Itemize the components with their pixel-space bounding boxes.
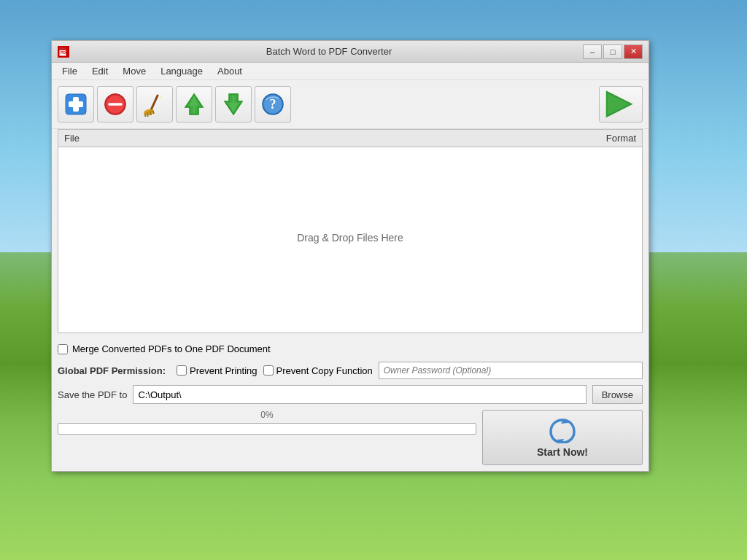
merge-row: Merge Converted PDFs to One PDF Document: [58, 339, 643, 359]
start-button[interactable]: Start Now!: [482, 410, 643, 465]
svg-line-14: [147, 114, 148, 117]
minimize-button[interactable]: –: [583, 44, 602, 59]
next-icon: [600, 88, 642, 120]
browse-button[interactable]: Browse: [592, 385, 643, 404]
save-label: Save the PDF to: [58, 389, 127, 400]
menu-edit[interactable]: Edit: [85, 64, 115, 78]
prevent-printing-checkbox[interactable]: [177, 365, 187, 376]
progress-percent: 0%: [58, 410, 476, 420]
help-button[interactable]: ?: [255, 86, 291, 122]
title-bar: PDF Batch Word to PDF Converter – □ ✕: [52, 41, 649, 63]
window-title: Batch Word to PDF Converter: [75, 46, 583, 57]
prevent-printing-label[interactable]: Prevent Printing: [190, 365, 258, 376]
permissions-row: Global PDF Permission: Prevent Printing …: [58, 359, 643, 382]
progress-section: 0% Start Now!: [58, 410, 643, 465]
add-button[interactable]: [58, 86, 94, 122]
prevent-copy-item: Prevent Copy Function: [263, 365, 373, 376]
file-list-container: File Format Drag & Drop Files Here: [58, 129, 643, 333]
prevent-printing-item: Prevent Printing: [177, 365, 258, 376]
svg-line-16: [153, 111, 154, 114]
remove-button[interactable]: [97, 86, 133, 122]
move-down-icon: [220, 91, 247, 117]
remove-icon: [102, 91, 128, 117]
svg-line-10: [150, 96, 158, 112]
app-icon: PDF: [58, 46, 69, 58]
prevent-copy-label[interactable]: Prevent Copy Function: [276, 365, 373, 376]
broom-icon: [142, 91, 168, 117]
menu-move[interactable]: Move: [115, 64, 153, 78]
svg-marker-26: [607, 92, 632, 117]
merge-label[interactable]: Merge Converted PDFs to One PDF Document: [72, 343, 271, 354]
move-up-icon: [181, 91, 207, 117]
close-button[interactable]: ✕: [624, 44, 643, 59]
menu-about[interactable]: About: [210, 64, 249, 78]
toolbar: ?: [52, 80, 649, 129]
column-format: Format: [578, 133, 636, 144]
window-controls: – □ ✕: [583, 44, 643, 59]
next-button[interactable]: [599, 86, 643, 122]
move-down-button[interactable]: [215, 86, 252, 122]
svg-text:?: ?: [270, 97, 276, 112]
menu-file[interactable]: File: [55, 64, 85, 78]
svg-rect-5: [69, 101, 83, 107]
progress-bar-container: [58, 423, 476, 435]
clear-button[interactable]: [136, 86, 173, 122]
start-label: Start Now!: [537, 446, 588, 458]
add-icon: [63, 91, 89, 117]
password-input[interactable]: [379, 362, 643, 379]
column-file: File: [64, 133, 578, 144]
progress-left: 0%: [58, 410, 476, 465]
svg-line-15: [150, 112, 151, 115]
menu-language[interactable]: Language: [153, 64, 210, 78]
main-window: PDF Batch Word to PDF Converter – □ ✕ Fi…: [51, 40, 649, 472]
help-icon: ?: [260, 91, 286, 117]
menu-bar: File Edit Move Language About: [52, 63, 649, 80]
merge-checkbox[interactable]: [58, 344, 68, 354]
save-path-input[interactable]: [133, 385, 586, 404]
file-list-body[interactable]: Drag & Drop Files Here: [58, 147, 642, 328]
bottom-section: Merge Converted PDFs to One PDF Document…: [52, 339, 649, 471]
move-up-button[interactable]: [176, 86, 212, 122]
refresh-icon: [548, 417, 577, 443]
drop-zone-message: Drag & Drop Files Here: [297, 232, 403, 244]
save-row: Save the PDF to Browse: [58, 382, 643, 407]
permissions-label: Global PDF Permission:: [58, 365, 171, 376]
restore-button[interactable]: □: [603, 44, 622, 59]
prevent-copy-checkbox[interactable]: [263, 365, 274, 376]
file-list-header: File Format: [58, 130, 642, 147]
svg-text:PDF: PDF: [61, 50, 68, 55]
